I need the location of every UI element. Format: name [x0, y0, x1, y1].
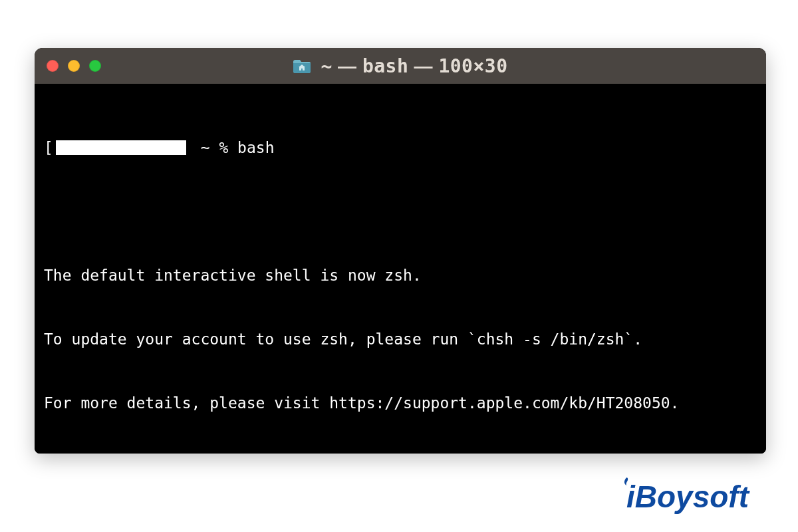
- command-text: bash: [237, 137, 274, 158]
- window-titlebar[interactable]: ~ — bash — 100×30: [35, 48, 766, 84]
- title-dims: 100×30: [438, 55, 507, 77]
- flame-icon: [624, 477, 633, 491]
- close-button[interactable]: [47, 60, 59, 72]
- prompt-tail: ~ %: [192, 137, 237, 158]
- terminal-line: The default interactive shell is now zsh…: [44, 265, 757, 286]
- title-path: ~: [321, 55, 332, 77]
- terminal-body[interactable]: [ ~ % bash The default interactive shell…: [35, 84, 766, 454]
- terminal-line: [44, 201, 757, 222]
- minimize-button[interactable]: [68, 60, 80, 72]
- title-sep2: —: [414, 56, 434, 76]
- window-title: ~ — bash — 100×30: [35, 55, 766, 77]
- redacted-hostname: [53, 138, 189, 158]
- terminal-line: To update your account to use zsh, pleas…: [44, 329, 757, 350]
- output-text: For more details, please visit https://s…: [44, 392, 679, 414]
- home-folder-icon: [293, 58, 311, 74]
- traffic-lights: [47, 60, 101, 72]
- window-title-text: ~ — bash — 100×30: [321, 55, 507, 77]
- watermark-text: iBoysoft: [626, 479, 749, 515]
- watermark-logo: iBoysoft: [616, 479, 749, 515]
- terminal-line: For more details, please visit https://s…: [44, 392, 757, 414]
- prompt-bracket: [: [44, 137, 53, 158]
- title-sep1: —: [338, 56, 357, 76]
- output-text: The default interactive shell is now zsh…: [44, 265, 422, 286]
- terminal-window: ~ — bash — 100×30 [ ~ % bash The default…: [35, 48, 766, 454]
- terminal-line: [ ~ % bash: [44, 137, 757, 158]
- zoom-button[interactable]: [89, 60, 101, 72]
- output-text: To update your account to use zsh, pleas…: [44, 329, 642, 350]
- title-proc: bash: [362, 55, 408, 77]
